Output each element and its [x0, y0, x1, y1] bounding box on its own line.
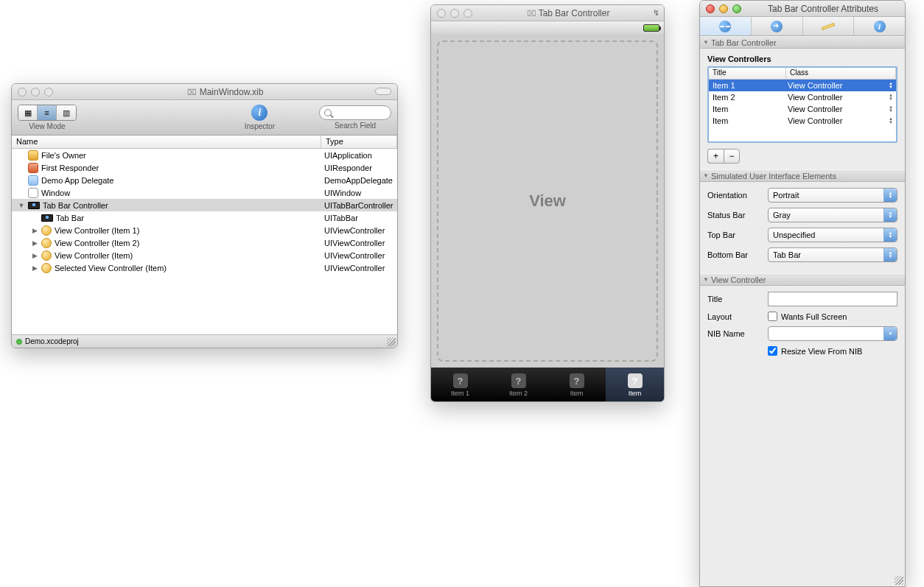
nib-name-combo[interactable]: ▼	[768, 326, 897, 341]
circle-icon	[41, 250, 52, 261]
vc-row-stepper[interactable]: ▲▼	[889, 105, 893, 113]
outline-row[interactable]: Demo App DelegateDemoAppDelegate	[12, 174, 397, 186]
connections-icon	[771, 21, 783, 32]
section-tab-bar-controller-body: View Controllers Title Class Item 1View …	[700, 49, 905, 169]
disclosure-icon[interactable]	[31, 227, 38, 234]
main-window-traffic-lights[interactable]	[12, 88, 53, 96]
vc-row-stepper[interactable]: ▲▼	[889, 82, 893, 89]
outline-header: Name Type	[12, 136, 397, 149]
inspector-tab-attributes[interactable]	[700, 17, 752, 35]
identity-icon: i	[874, 21, 886, 32]
vc-table-row[interactable]: ItemView Controller▲▼	[709, 115, 896, 127]
inspector-button-icon[interactable]: i	[251, 105, 267, 121]
search-field-label: Search Field	[335, 122, 376, 130]
wants-full-screen-checkbox[interactable]	[768, 312, 777, 321]
section-view-controller-body: Title Layout Wants Full Screen NIB Name …	[700, 286, 905, 367]
attributes-icon	[719, 21, 731, 32]
xib-icon: ⌧	[187, 88, 197, 96]
vc-add-button[interactable]: +	[707, 149, 724, 164]
vc-table-row[interactable]: ItemView Controller▲▼	[709, 103, 896, 115]
toolbar-toggle-pill[interactable]	[375, 88, 391, 95]
tabbar-icon	[28, 202, 40, 209]
view-mode-icon-columns[interactable]: ▥	[57, 105, 76, 120]
view-mode-segmented[interactable]: ▦ ≡ ▥	[18, 105, 77, 121]
vc-header-title[interactable]: Title	[709, 68, 786, 79]
orientation-select[interactable]: Portrait▲▼	[768, 188, 897, 203]
outline-row[interactable]: Tab Bar ControllerUITabBarController	[12, 199, 397, 211]
vc-row-stepper[interactable]: ▲▼	[889, 117, 893, 124]
inspector-tab-size[interactable]	[803, 17, 855, 35]
topbar-select[interactable]: Unspecified▲▼	[768, 228, 897, 242]
inspector-titlebar[interactable]: Tab Bar Controller Attributes	[700, 1, 905, 17]
row-type: UIViewController	[321, 239, 397, 247]
vc-title-input[interactable]	[768, 292, 897, 306]
section-view-controller[interactable]: ▼View Controller	[700, 273, 905, 286]
vc-table-row[interactable]: Item 2View Controller▲▼	[709, 91, 896, 103]
row-name: Selected View Controller (Item)	[55, 264, 167, 273]
vc-row-class: View Controller▲▼	[786, 116, 896, 125]
tabbar-item[interactable]: ?Item 2	[489, 368, 547, 402]
outline-row[interactable]: File's OwnerUIApplication	[12, 149, 397, 161]
xib-icon: ⌧	[527, 9, 539, 18]
section-tab-bar-controller[interactable]: ▼Tab Bar Controller	[700, 36, 905, 49]
tabbar-item[interactable]: ?Item 1	[431, 368, 489, 402]
bottombar-select[interactable]: Tab Bar▲▼	[768, 247, 897, 262]
view-placeholder[interactable]: View	[437, 41, 658, 362]
inspector-tab-identity[interactable]: i	[854, 17, 905, 35]
cube-r-icon	[28, 163, 38, 173]
sim-titlebar[interactable]: ⌧ Tab Bar Controller ↯	[431, 5, 664, 21]
outline-row[interactable]: First ResponderUIResponder	[12, 161, 397, 174]
view-mode-icon-icons[interactable]: ▦	[18, 105, 38, 120]
wants-full-screen-label: Wants Full Screen	[781, 312, 847, 321]
sim-statusbar	[431, 21, 664, 35]
statusbar-select[interactable]: Gray▲▼	[768, 208, 897, 222]
vc-remove-button[interactable]: −	[724, 149, 740, 164]
tabbar-item-label: Item	[629, 390, 642, 397]
tabbar-icon	[41, 214, 53, 222]
inspector-tab-connections[interactable]	[752, 17, 803, 35]
row-name: Tab Bar	[56, 214, 84, 222]
column-header-name[interactable]: Name	[12, 136, 321, 148]
view-mode-icon-list[interactable]: ≡	[38, 105, 57, 120]
outline-row[interactable]: View Controller (Item 2)UIViewController	[12, 236, 397, 249]
row-name: First Responder	[41, 164, 99, 172]
view-mode-label: View Mode	[29, 122, 65, 130]
tabbar-item[interactable]: ?Item	[606, 368, 664, 402]
section-simulated-ui[interactable]: ▼Simulated User Interface Elements	[700, 169, 905, 182]
sim-zoom-icon[interactable]: ↯	[653, 8, 659, 18]
main-window-title: ⌧MainWindow.xib	[53, 87, 397, 97]
outline-row[interactable]: View Controller (Item 1)UIViewController	[12, 224, 397, 236]
tabbar-item-label: Item 1	[451, 390, 469, 397]
sim-traffic-lights[interactable]	[431, 9, 472, 18]
view-controllers-table: Title Class Item 1View Controller▲▼Item …	[707, 66, 897, 143]
topbar-label: Top Bar	[707, 231, 762, 239]
disclosure-icon[interactable]	[31, 264, 38, 272]
resize-from-nib-checkbox[interactable]	[768, 346, 777, 356]
vc-header-class[interactable]: Class	[786, 68, 896, 79]
row-name: Tab Bar Controller	[43, 201, 108, 210]
row-type: UIViewController	[321, 264, 397, 273]
outline-row[interactable]: View Controller (Item)UIViewController	[12, 249, 397, 261]
battery-icon	[643, 24, 659, 32]
outline-row[interactable]: Tab BarUITabBar	[12, 211, 397, 224]
section-simulated-ui-body: Orientation Portrait▲▼ Status Bar Gray▲▼…	[700, 182, 905, 273]
circle-icon	[41, 263, 52, 273]
vc-table-row[interactable]: Item 1View Controller▲▼	[709, 80, 896, 91]
disclosure-icon[interactable]	[31, 239, 38, 247]
bottombar-label: Bottom Bar	[707, 250, 762, 259]
row-name: View Controller (Item 1)	[55, 226, 139, 235]
project-name[interactable]: Demo.xcodeproj	[25, 337, 79, 345]
disclosure-icon[interactable]	[18, 202, 25, 209]
vc-row-class: View Controller▲▼	[786, 93, 896, 102]
outline-row[interactable]: Selected View Controller (Item)UIViewCon…	[12, 261, 397, 274]
search-input[interactable]	[319, 105, 391, 120]
resize-grip-icon[interactable]	[895, 576, 903, 585]
vc-row-stepper[interactable]: ▲▼	[889, 94, 893, 101]
main-window-titlebar[interactable]: ⌧MainWindow.xib	[12, 84, 397, 100]
column-header-type[interactable]: Type	[321, 136, 397, 148]
inspector-traffic-lights[interactable]	[700, 4, 741, 13]
outline-row[interactable]: WindowUIWindow	[12, 186, 397, 199]
disclosure-icon[interactable]	[31, 252, 38, 259]
resize-grip-icon[interactable]	[387, 337, 396, 346]
tabbar-item[interactable]: ?Item	[547, 368, 606, 402]
